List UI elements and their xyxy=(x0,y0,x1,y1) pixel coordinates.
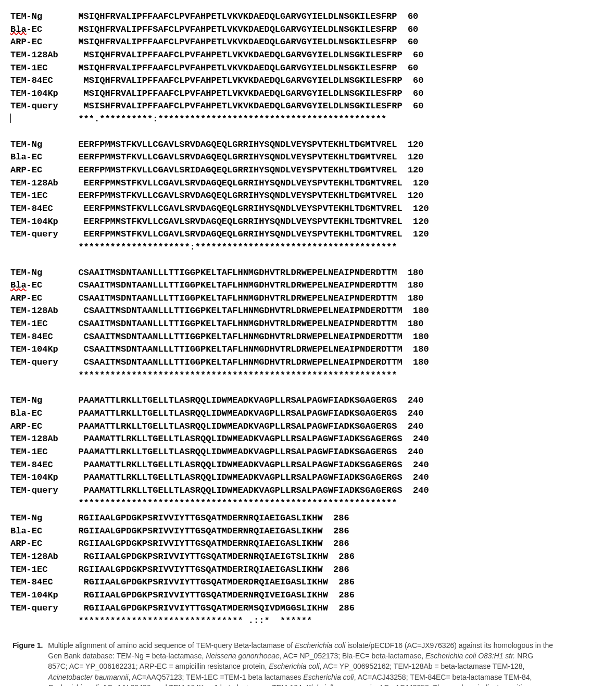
alignment-row: TEM-128Ab PAAMATTLRKLLTGELLTLASRQQLIDWME… xyxy=(10,433,606,446)
sequence-text: RGIIAALGPDGKPSRIVVIYTTGSQATMDERNRQIVEIGA… xyxy=(68,589,355,602)
alignment-row: TEM-104Kp CSAAITMSDNTAANLLLTTIGGPKELTAFL… xyxy=(10,343,606,356)
sequence-label: TEM-1EC xyxy=(10,446,68,459)
sequence-text: PAAMATTLRKLLTGELLTLASRQQLIDWMEADKVAGPLLR… xyxy=(68,407,424,420)
sequence-label: TEM-84EC xyxy=(10,576,68,589)
alignment-block: TEM-Ng CSAAITMSDNTAANLLLTTIGGPKELTAFLHNM… xyxy=(10,267,606,382)
conservation-row: ******************************* .::* ***… xyxy=(10,615,606,628)
sequence-text: RGIIAALGPDGKPSRIVVIYTTGSQATMDERDRQIAEIGA… xyxy=(68,576,355,589)
conservation-line: ******************************* .::* ***… xyxy=(68,615,312,628)
alignment-row: TEM-query CSAAITMSDNTAANLLLTTIGGPKELTAFL… xyxy=(10,356,606,369)
sequence-text: CSAAITMSDNTAANLLLTTIGGPKELTAFLHNMGDHVTRL… xyxy=(68,318,424,331)
conservation-label xyxy=(10,241,68,254)
alignment-row: TEM-84EC EERFPMMSTFKVLLCGAVLSRVDAGQEQLGR… xyxy=(10,203,606,216)
text-cursor-icon xyxy=(10,114,11,123)
alignment-row: TEM-Ng RGIIAALGPDGKPSRIVVIYTTGSQATMDERNR… xyxy=(10,512,606,525)
alignment-block: TEM-Ng RGIIAALGPDGKPSRIVVIYTTGSQATMDERNR… xyxy=(10,512,606,628)
sequence-label: TEM-128Ab xyxy=(10,433,68,446)
alignment-row: TEM-1EC EERFPMMSTFKVLLCGAVLSRVDAGQEQLGRR… xyxy=(10,190,606,203)
sequence-label: TEM-128Ab xyxy=(10,49,68,62)
sequence-text: MSIQHFRVALIPFFAAFCLPVFAHPETLVKVKDAEDQLGA… xyxy=(68,10,418,23)
conservation-label xyxy=(10,369,68,382)
figure-caption: Figure 1. Multiple alignment of amino ac… xyxy=(10,640,554,686)
sequence-text: EERFPMMSTFKVLLCGAVLSRVDAGQEQLGRRIHYSQNDL… xyxy=(68,228,429,241)
sequence-text: CSAAITMSDNTAANLLLTTIGGPKELTAFLHNMGDHVTRL… xyxy=(68,305,429,318)
sequence-label: Bla-EC xyxy=(10,279,68,292)
alignment-row: TEM-84EC MSIQHFRVALIPFFAAFCLPVFAHPETLVKV… xyxy=(10,74,606,88)
sequence-text: EERFPMMSTFKVLLCGAVLSRVDAGQEQLGRRIHYSQNDL… xyxy=(68,139,424,152)
alignment-block: TEM-Ng PAAMATTLRKLLTGELLTLASRQQLIDWMEADK… xyxy=(10,394,606,510)
conservation-row: ****************************************… xyxy=(10,497,606,510)
sequence-label: ARP-EC xyxy=(10,164,68,177)
sequence-label: TEM-query xyxy=(10,100,68,113)
alignment-row: ARP-EC CSAAITMSDNTAANLLLTTIGGPKELTAFLHNM… xyxy=(10,292,606,305)
sequence-label: TEM-84EC xyxy=(10,459,68,472)
alignment-row: Bla-EC RGIIAALGPDGKPSRIVVIYTTGSQATMDERNR… xyxy=(10,525,606,538)
alignment-row: TEM-84EC RGIIAALGPDGKPSRIVVIYTTGSQATMDER… xyxy=(10,576,606,589)
sequence-text: MSIQHFRVALIPFFAAFCLPVFAHPETLVKVKDAEDQLGA… xyxy=(68,36,418,49)
sequence-text: RGIIAALGPDGKPSRIVVIYTTGSQATMDERMSQIVDMGG… xyxy=(68,602,355,615)
sequence-label: TEM-104Kp xyxy=(10,589,68,602)
sequence-text: CSAAITMSDNTAANLLLTTIGGPKELTAFLHNMGDHVTRL… xyxy=(68,331,429,344)
sequence-label: TEM-query xyxy=(10,356,68,369)
alignment-row: TEM-Ng PAAMATTLRKLLTGELLTLASRQQLIDWMEADK… xyxy=(10,394,606,407)
sequence-label: TEM-Ng xyxy=(10,10,68,23)
sequence-label: TEM-104Kp xyxy=(10,88,68,101)
sequence-label: TEM-Ng xyxy=(10,394,68,407)
sequence-text: CSAAITMSDNTAANLLLTTIGGPKELTAFLHNMGDHVTRL… xyxy=(68,292,424,305)
alignment-row: TEM-query EERFPMMSTFKVLLCGAVLSRVDAGQEQLG… xyxy=(10,228,606,241)
sequence-text: EERFPMMSTFKVLLCGAVLSRVDAGQEQLGRRIHYSQNDL… xyxy=(68,177,429,190)
sequence-label: TEM-Ng xyxy=(10,139,68,152)
sequence-label: TEM-84EC xyxy=(10,74,68,88)
sequence-text: PAAMATTLRKLLTGELLTLASRQQLIDWMEADKVAGPLLR… xyxy=(68,446,424,459)
alignment-row: TEM-128Ab MSIQHFRVALIPFFAAFCLPVFAHPETLVK… xyxy=(10,49,606,62)
alignment-row: TEM-query PAAMATTLRKLLTGELLTLASRQQLIDWME… xyxy=(10,484,606,497)
alignment-row: TEM-84EC PAAMATTLRKLLTGELLTLASRQQLIDWMEA… xyxy=(10,459,606,472)
sequence-text: MSIQHFRVALIPFFAAFCLPVFAHPETLVKVKDAEDQLGA… xyxy=(68,74,424,88)
alignment-row: TEM-104Kp PAAMATTLRKLLTGELLTLASRQQLIDWME… xyxy=(10,471,606,484)
conservation-line: ****************************************… xyxy=(68,497,397,510)
alignment-row: TEM-84EC CSAAITMSDNTAANLLLTTIGGPKELTAFLH… xyxy=(10,331,606,344)
sequence-label: Bla-EC xyxy=(10,407,68,420)
sequence-label: TEM-query xyxy=(10,602,68,615)
sequence-text: CSAAITMSDNTAANLLLTTIGGPKELTAFLHNMGDHVTRL… xyxy=(68,279,424,292)
sequence-label: ARP-EC xyxy=(10,292,68,305)
conservation-line: ****************************************… xyxy=(68,369,397,382)
sequence-text: EERFPMMSTFKVLLCGAVLSRVDAGQEQLGRRIHYSQNDL… xyxy=(68,216,429,229)
sequence-label: TEM-1EC xyxy=(10,318,68,331)
sequence-label: ARP-EC xyxy=(10,538,68,551)
sequence-label: TEM-84EC xyxy=(10,331,68,344)
conservation-row: *********************:******************… xyxy=(10,241,606,254)
alignment-row: TEM-104Kp MSIQHFRVALIPFFAAFCLPVFAHPETLVK… xyxy=(10,88,606,101)
conservation-label xyxy=(10,497,68,510)
sequence-label: Bla-EC xyxy=(10,525,68,538)
sequence-text: RGIIAALGPDGKPSRIVVIYTTGSQATMDERNRQIAEIGA… xyxy=(68,512,349,525)
sequence-label: TEM-104Kp xyxy=(10,471,68,484)
sequence-text: MSIQHFRVALIPFFAAFCLPVFAHPETLVKVKDAEDQLGA… xyxy=(68,49,424,62)
alignment-row: TEM-query MSISHFRVALIPFFAAFCLPVFAHPETLVK… xyxy=(10,100,606,113)
alignment-block: TEM-Ng EERFPMMSTFKVLLCGAVLSRVDAGQEQLGRRI… xyxy=(10,139,606,254)
alignment-row: ARP-EC RGIIAALGPDGKPSRIVVIYTTGSQATMDERNR… xyxy=(10,538,606,551)
alignment-row: Bla-EC CSAAITMSDNTAANLLLTTIGGPKELTAFLHNM… xyxy=(10,279,606,292)
alignment-row: Bla-EC MSIQHFRVALIPFFSAFCLPVFAHPETLVKVKD… xyxy=(10,23,606,36)
figure-caption-text: Multiple alignment of amino acid sequenc… xyxy=(48,640,554,686)
alignment-row: Bla-EC EERFPMMSTFKVLLCGAVLSRVDAGQEQLGRRI… xyxy=(10,151,606,164)
alignment-row: TEM-1EC PAAMATTLRKLLTGELLTLASRQQLIDWMEAD… xyxy=(10,446,606,459)
alignment-row: TEM-1EC CSAAITMSDNTAANLLLTTIGGPKELTAFLHN… xyxy=(10,318,606,331)
sequence-label: ARP-EC xyxy=(10,420,68,433)
sequence-text: RGIIAALGPDGKPSRIVVIYTTGSQATMDERNRQIAEIGT… xyxy=(68,551,355,564)
sequence-text: CSAAITMSDNTAANLLLTTIGGPKELTAFLHNMGDHVTRL… xyxy=(68,343,429,356)
sequence-label: TEM-1EC xyxy=(10,62,68,75)
sequence-text: PAAMATTLRKLLTGELLTLASRQQLIDWMEADKVAGPLLR… xyxy=(68,471,429,484)
alignment-row: ARP-EC PAAMATTLRKLLTGELLTLASRQQLIDWMEADK… xyxy=(10,420,606,433)
sequence-label: TEM-128Ab xyxy=(10,551,68,564)
sequence-text: PAAMATTLRKLLTGELLTLASRQQLIDWMEADKVAGPLLR… xyxy=(68,459,429,472)
sequence-label: TEM-128Ab xyxy=(10,177,68,190)
sequence-text: EERFPMMSTFKVLLCGAVLSRIDAGQEQLGRRIHYSQNDL… xyxy=(68,164,424,177)
alignment-row: TEM-128Ab RGIIAALGPDGKPSRIVVIYTTGSQATMDE… xyxy=(10,551,606,564)
sequence-text: PAAMATTLRKLLTGELLTLASRQQLIDWMEADKVAGPLLR… xyxy=(68,394,424,407)
sequence-text: PAAMATTLRKLLTGELLTLASRQQLIDWMEADKVAGPLLR… xyxy=(68,420,424,433)
conservation-label xyxy=(10,615,68,628)
sequence-text: MSISHFRVALIPFFAAFCLPVFAHPETLVKVKDAEDQLGA… xyxy=(68,100,424,113)
alignment-row: TEM-128Ab EERFPMMSTFKVLLCGAVLSRVDAGQEQLG… xyxy=(10,177,606,190)
sequence-alignment: TEM-Ng MSIQHFRVALIPFFAAFCLPVFAHPETLVKVKD… xyxy=(10,10,606,628)
